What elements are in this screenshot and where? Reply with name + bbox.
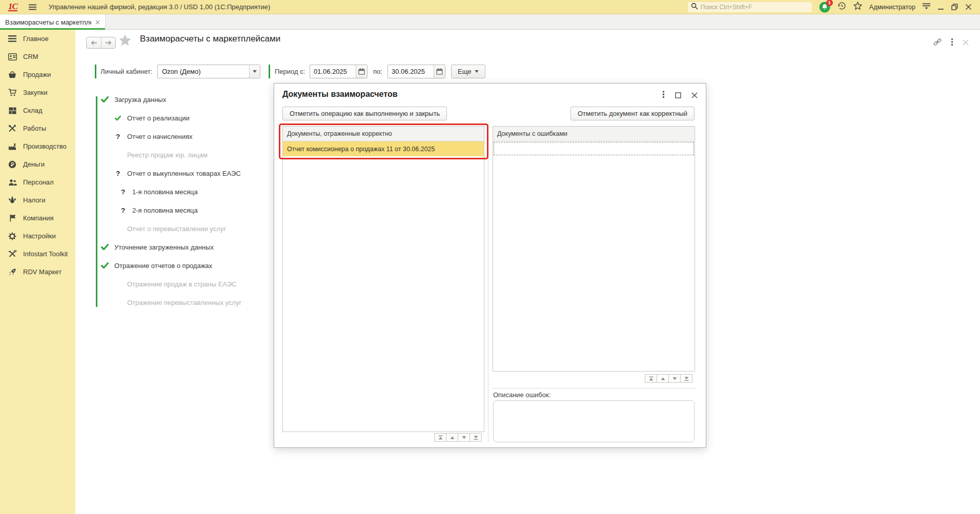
minimize-button[interactable] bbox=[937, 4, 944, 10]
notification-badge: 1 bbox=[826, 0, 833, 6]
checklist-step-accruals-report[interactable]: ? Отчет о начислениях bbox=[115, 131, 193, 141]
search-input[interactable] bbox=[701, 4, 809, 11]
calendar-icon[interactable] bbox=[356, 65, 367, 78]
tab-close-icon[interactable] bbox=[95, 20, 100, 25]
dialog-maximize-icon[interactable] bbox=[675, 91, 681, 100]
sidebar-item-purchases[interactable]: Закупки bbox=[0, 84, 75, 101]
tab-label: Взаиморасчеты с маркетплейсами bbox=[5, 18, 91, 26]
sidebar-item-company[interactable]: Компания bbox=[0, 209, 75, 227]
sidebar-item-crm[interactable]: CRM bbox=[0, 48, 75, 66]
checklist-step-first-half-month[interactable]: ? 1-я половина месяца bbox=[120, 187, 198, 197]
window-titlebar: 1С Управление нашей фирмой, редакция 3.0… bbox=[0, 0, 980, 14]
period-from-input[interactable] bbox=[310, 65, 356, 78]
field-group-bar bbox=[95, 65, 96, 78]
cabinet-value: Ozon (Демо) bbox=[158, 68, 249, 75]
app-title: Управление нашей фирмой, редакция 3.0 / … bbox=[49, 3, 271, 11]
sections-sidebar: Главное CRM Продажи Закупки Склад Работы… bbox=[0, 30, 75, 514]
question-icon: ? bbox=[120, 207, 126, 214]
1c-logo: 1С bbox=[8, 3, 17, 11]
favorite-page-star-icon[interactable] bbox=[118, 34, 132, 49]
checklist-step-load-data[interactable]: Загрузка данных bbox=[101, 94, 166, 105]
more-actions-icon[interactable] bbox=[951, 38, 953, 48]
question-icon: ? bbox=[115, 133, 121, 140]
scroll-up-button[interactable] bbox=[657, 374, 669, 383]
sidebar-item-taxes[interactable]: Налоги bbox=[0, 191, 75, 209]
global-search[interactable] bbox=[688, 2, 812, 12]
cabinet-label: Личный кабинет: bbox=[100, 68, 152, 75]
correct-documents-header: Документы, отраженные корректно bbox=[283, 127, 484, 141]
service-menu-icon[interactable] bbox=[923, 3, 930, 12]
vertical-splitter[interactable] bbox=[488, 126, 488, 442]
horizontal-splitter[interactable] bbox=[493, 388, 695, 388]
back-button[interactable] bbox=[87, 37, 101, 48]
calendar-icon[interactable] bbox=[434, 65, 445, 78]
close-form-icon[interactable] bbox=[963, 38, 969, 48]
mark-correct-button[interactable]: Отметить документ как корректный bbox=[570, 107, 695, 120]
chevron-down-icon bbox=[253, 70, 257, 73]
chevron-down-icon bbox=[475, 70, 479, 73]
more-button[interactable]: Еще bbox=[451, 65, 485, 78]
history-icon[interactable] bbox=[838, 2, 846, 12]
checklist-step-refine-data[interactable]: Уточнение загруженных данных bbox=[101, 242, 214, 252]
check-icon bbox=[101, 244, 109, 250]
dialog-more-icon[interactable] bbox=[663, 91, 665, 100]
flag-icon bbox=[8, 214, 17, 222]
sidebar-item-infostart-toolkit[interactable]: Infostart Toolkit bbox=[0, 245, 75, 263]
current-user-label[interactable]: Администратор bbox=[869, 4, 915, 11]
history-nav bbox=[86, 37, 116, 49]
favorites-star-icon[interactable] bbox=[853, 2, 862, 12]
sidebar-item-works[interactable]: Работы bbox=[0, 119, 75, 137]
get-link-icon[interactable] bbox=[933, 38, 942, 48]
search-icon bbox=[691, 3, 698, 12]
error-documents-list: Документы с ошибками bbox=[493, 126, 695, 372]
sidebar-item-warehouse[interactable]: Склад bbox=[0, 101, 75, 119]
tab-vzaimoraschety[interactable]: Взаиморасчеты с маркетплейсами bbox=[0, 14, 106, 30]
correct-document-row[interactable]: Отчет комиссионера о продажах 11 от 30.0… bbox=[283, 141, 484, 156]
forward-button[interactable] bbox=[101, 37, 115, 48]
menu-icon bbox=[8, 35, 17, 42]
period-to-field[interactable] bbox=[387, 65, 445, 78]
notifications-button[interactable]: 1 bbox=[819, 2, 830, 13]
tab-bar: Взаиморасчеты с маркетплейсами bbox=[0, 14, 980, 30]
scroll-bottom-button[interactable] bbox=[469, 433, 482, 442]
dialog-title: Документы взаиморасчетов bbox=[282, 90, 397, 99]
scroll-bottom-button[interactable] bbox=[680, 374, 692, 383]
scroll-down-button[interactable] bbox=[668, 374, 681, 383]
checklist-step-reflect-sales-reports[interactable]: Отражение отчетов о продажах bbox=[101, 260, 212, 271]
period-to-input[interactable] bbox=[388, 65, 434, 78]
checklist-step-sales-report[interactable]: Отчет о реализации bbox=[115, 113, 190, 123]
complete-operation-button[interactable]: Отметить операцию как выполненную и закр… bbox=[282, 107, 447, 120]
errors-description-label: Описание ошибок: bbox=[493, 391, 550, 399]
errors-description-field[interactable] bbox=[493, 400, 695, 442]
sidebar-item-sales[interactable]: Продажи bbox=[0, 66, 75, 84]
scroll-up-button[interactable] bbox=[446, 433, 458, 442]
checklist-step-eaes-goods-report[interactable]: ? Отчет о выкупленных товарах ЕАЭС bbox=[115, 168, 241, 178]
main-menu-icon[interactable] bbox=[29, 4, 36, 10]
scroll-top-button[interactable] bbox=[645, 374, 657, 383]
settlement-documents-dialog: Документы взаиморасчетов Отметить операц… bbox=[274, 83, 706, 448]
check-icon bbox=[101, 96, 109, 102]
sidebar-item-settings[interactable]: Настройки bbox=[0, 227, 75, 245]
scroll-down-button[interactable] bbox=[458, 433, 470, 442]
sidebar-item-money[interactable]: Деньги bbox=[0, 155, 75, 173]
rocket-icon bbox=[8, 268, 17, 276]
empty-selection-cell[interactable] bbox=[494, 142, 694, 155]
money-icon bbox=[8, 160, 17, 169]
cart-icon bbox=[8, 89, 17, 96]
sidebar-item-main[interactable]: Главное bbox=[0, 30, 75, 48]
correct-list-nav bbox=[435, 433, 482, 442]
scroll-top-button[interactable] bbox=[434, 433, 446, 442]
period-from-field[interactable] bbox=[310, 65, 368, 78]
cabinet-select[interactable]: Ozon (Демо) bbox=[157, 65, 260, 78]
basket-icon bbox=[8, 71, 17, 78]
dialog-close-icon[interactable] bbox=[691, 91, 698, 100]
checklist-step-second-half-month[interactable]: ? 2-я половина месяца bbox=[120, 205, 198, 215]
cabinet-dropdown-button[interactable] bbox=[249, 65, 260, 78]
more-button-label: Еще bbox=[458, 68, 471, 75]
close-window-button[interactable] bbox=[965, 4, 972, 10]
sidebar-item-production[interactable]: Производство bbox=[0, 137, 75, 155]
restore-button[interactable] bbox=[951, 4, 958, 10]
sidebar-item-rdv-market[interactable]: RDV Маркет bbox=[0, 263, 75, 281]
sidebar-item-personnel[interactable]: Персонал bbox=[0, 173, 75, 191]
emblem-icon bbox=[8, 196, 17, 204]
